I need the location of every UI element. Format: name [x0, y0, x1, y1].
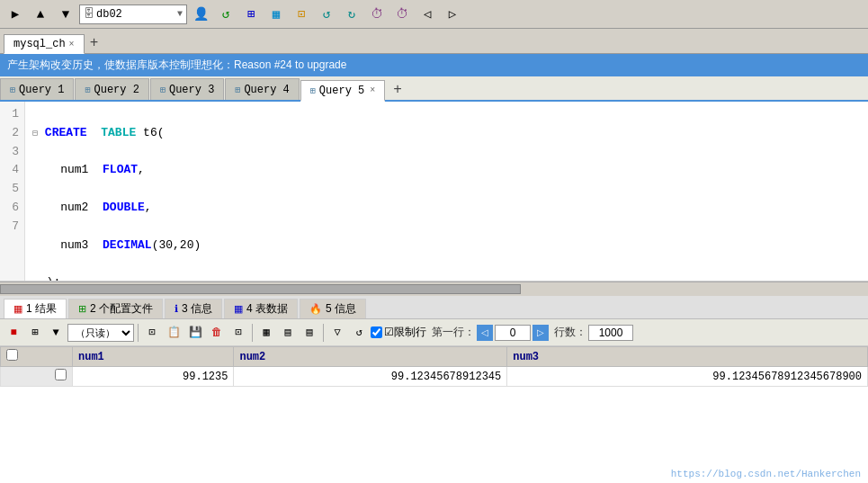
th-checkbox — [1, 347, 73, 367]
result-tab-label-1: 1 结果 — [26, 301, 57, 317]
result-tab-4[interactable]: ▦ 4 表数据 — [224, 299, 298, 318]
toolbar-btn-export[interactable]: ⊡ — [228, 323, 248, 343]
row-count-label: 行数： — [554, 325, 586, 340]
data-table-container: num1 num2 num3 99.1235 99.12345678912345… — [0, 346, 868, 483]
toolbar-btn-delete[interactable]: 🗑 — [207, 323, 227, 343]
th-num1: num1 — [73, 347, 234, 367]
row-start-input[interactable] — [495, 325, 531, 341]
result-tab-2[interactable]: ⊞ 2 个配置文件 — [68, 299, 163, 318]
toolbar-group: ⊞ ▼ — [25, 323, 66, 343]
query-tab-2[interactable]: ⊞ Query 2 — [75, 78, 148, 100]
add-query-button[interactable]: + — [386, 80, 409, 100]
select-all-checkbox[interactable] — [6, 349, 18, 361]
db-name: db02 — [96, 8, 177, 21]
toolbar-btn-form[interactable]: ▤ — [278, 323, 298, 343]
toolbar-btn-copy[interactable]: ⊡ — [142, 323, 162, 343]
line-numbers: 1 2 3 4 5 6 7 — [0, 102, 25, 281]
result-tab-1[interactable]: ▦ 1 结果 — [4, 299, 67, 318]
window-tab-close[interactable]: × — [69, 40, 75, 49]
th-num3: num3 — [507, 347, 868, 367]
row-checkbox[interactable] — [55, 369, 67, 380]
result-tab-5[interactable]: 🔥 5 信息 — [300, 299, 366, 318]
toolbar-icon-up[interactable]: ▲ — [29, 3, 52, 26]
code-line-4: num3 DECIMAL(30,20) — [32, 237, 861, 255]
query-tab-label-5: Query 5 — [319, 85, 364, 97]
toolbar-icon-schedule[interactable]: ⏱ — [365, 3, 389, 26]
result-tab-label-3: 3 信息 — [182, 301, 212, 317]
result-tab-label-2: 2 个配置文件 — [90, 301, 153, 317]
toolbar-icon-refresh[interactable]: ↺ — [214, 3, 237, 26]
stop-btn[interactable]: ■ — [4, 323, 23, 343]
cell-num1: 99.1235 — [73, 367, 234, 387]
first-row-label: 第一行： — [432, 325, 475, 340]
result-tab-icon-2: ⊞ — [78, 303, 86, 315]
toolbar-icon-import[interactable]: ↺ — [315, 3, 338, 26]
toolbar-btn-save[interactable]: 💾 — [185, 323, 205, 343]
sep1 — [138, 324, 139, 342]
toolbar-grid-btn[interactable]: ⊞ — [25, 323, 45, 343]
prev-row-btn[interactable]: ◁ — [477, 325, 493, 341]
query-tab-label-3: Query 3 — [169, 84, 214, 96]
table-header-row: num1 num2 num3 — [1, 347, 868, 367]
result-tab-icon-1: ▦ — [13, 303, 22, 315]
query-tab-4[interactable]: ⊞ Query 4 — [225, 78, 299, 100]
query-tab-icon-4: ⊞ — [235, 85, 240, 95]
line-num-2: 2 — [5, 124, 19, 143]
toolbar-btn-paste[interactable]: 📋 — [164, 323, 183, 343]
toolbar-dropdown-btn[interactable]: ▼ — [46, 323, 66, 343]
scrollbar-thumb[interactable] — [0, 284, 521, 294]
editor-scrollbar[interactable] — [0, 282, 868, 296]
toolbar-btn-grid2[interactable]: ▦ — [256, 323, 276, 343]
query-tab-label-1: Query 1 — [19, 84, 64, 96]
code-line-3: num2 DOUBLE, — [32, 199, 861, 218]
toolbar-icon-history[interactable]: ⏱ — [390, 3, 414, 26]
cell-num3: 99.12345678912345678900 — [507, 367, 868, 387]
next-row-btn[interactable]: ▷ — [532, 325, 549, 341]
result-tab-icon-5: 🔥 — [309, 303, 322, 315]
limit-checkbox[interactable] — [371, 326, 382, 338]
result-tab-3[interactable]: ℹ 3 信息 — [165, 299, 222, 318]
query-tab-label-2: Query 2 — [94, 84, 139, 96]
main-toolbar: ▶ ▲ ▼ 🗄 db02 ▼ 👤 ↺ ⊞ ▦ ⊡ ↺ ↻ ⏱ ⏱ ◁ ▷ — [0, 0, 868, 29]
watermark: https://blog.csdn.net/Hankerchen — [671, 469, 861, 479]
toolbar-btn-refresh2[interactable]: ↺ — [349, 323, 369, 343]
db-selector[interactable]: 🗄 db02 ▼ — [79, 4, 187, 24]
toolbar-icon-more2[interactable]: ▷ — [441, 3, 464, 26]
result-tab-label-5: 5 信息 — [326, 301, 356, 317]
window-tab-mysql[interactable]: mysql_ch × — [4, 34, 85, 54]
db-dropdown-icon[interactable]: ▼ — [177, 9, 183, 19]
toolbar-icon-down[interactable]: ▼ — [54, 3, 77, 26]
toolbar-icon-new-table[interactable]: ⊞ — [239, 3, 263, 26]
main-content: 产生架构改变历史，使数据库版本控制理想化：Reason #24 to upgra… — [0, 54, 868, 483]
sep3 — [323, 324, 324, 342]
query-tab-5[interactable]: ⊞ Query 5 × — [300, 80, 385, 102]
toolbar-icon-user[interactable]: 👤 — [189, 3, 212, 26]
query-tab-icon-2: ⊞ — [85, 85, 90, 95]
readonly-select[interactable]: （只读） — [67, 324, 134, 342]
new-window-tab-button[interactable]: + — [85, 33, 104, 53]
toolbar-btn-filter[interactable]: ▽ — [327, 323, 347, 343]
query-tab-3[interactable]: ⊞ Query 3 — [150, 78, 224, 100]
toolbar-icon-grid[interactable]: ▦ — [264, 3, 288, 26]
results-tab-bar: ▦ 1 结果 ⊞ 2 个配置文件 ℹ 3 信息 ▦ 4 表数据 🔥 5 信息 — [0, 296, 868, 319]
query-tab-close-5[interactable]: × — [370, 85, 375, 95]
toolbar-icon-more1[interactable]: ◁ — [416, 3, 439, 26]
line-num-5: 5 — [5, 180, 19, 199]
query-tab-bar: ⊞ Query 1 ⊞ Query 2 ⊞ Query 3 ⊞ Query 4 … — [0, 76, 868, 102]
limit-text: ☑限制行 — [384, 325, 426, 340]
query-tab-1[interactable]: ⊞ Query 1 — [0, 78, 74, 100]
code-text[interactable]: ⊟ CREATE TABLE t6( num1 FLOAT, num2 DOUB… — [25, 102, 868, 281]
limit-row-label[interactable]: ☑限制行 — [371, 325, 426, 340]
code-line-2: num1 FLOAT, — [32, 161, 861, 180]
code-line-5: ); — [32, 273, 861, 281]
table-row: 99.1235 99.12345678912345 99.12345678912… — [1, 367, 868, 387]
toolbar-icon-export[interactable]: ↻ — [340, 3, 363, 26]
toolbar-icon-filter[interactable]: ⊡ — [290, 3, 313, 26]
toolbar-icon-play[interactable]: ▶ — [4, 3, 27, 26]
toolbar-btn-text[interactable]: ▤ — [300, 323, 319, 343]
line-num-6: 6 — [5, 199, 19, 218]
line-num-1: 1 — [5, 105, 19, 124]
row-num — [1, 367, 73, 387]
row-count-input[interactable] — [588, 325, 633, 341]
code-line-1: ⊟ CREATE TABLE t6( — [32, 124, 861, 143]
